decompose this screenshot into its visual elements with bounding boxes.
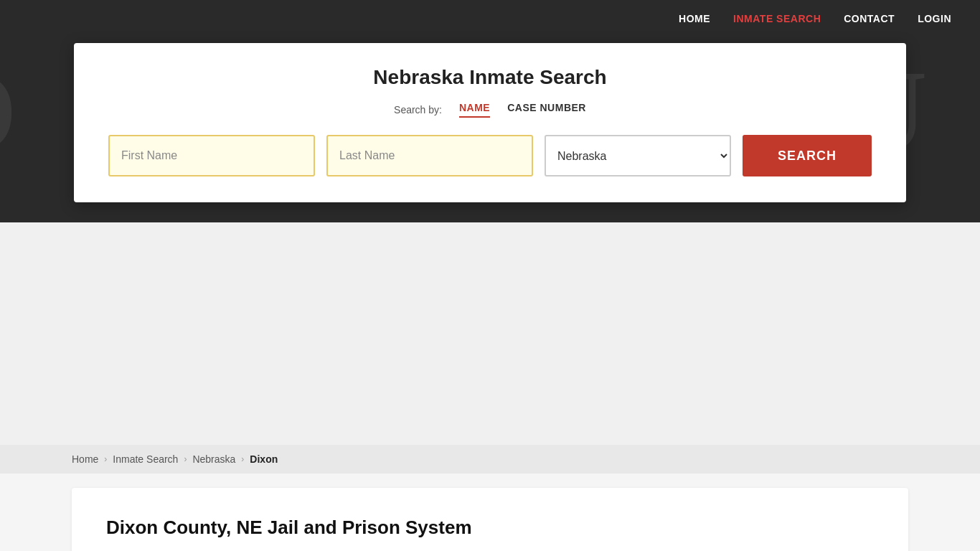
search-title: Nebraska Inmate Search [108,66,872,89]
search-by-label: Search by: [394,104,442,116]
tab-name[interactable]: NAME [459,102,490,118]
search-button[interactable]: SEARCH [743,135,872,176]
breadcrumb-sep-1: › [104,454,107,464]
last-name-input[interactable] [326,135,533,176]
search-row: Nebraska Alabama Alaska Arizona Californ… [108,135,872,176]
nav-contact[interactable]: CONTACT [844,13,895,24]
nav-inmate-search[interactable]: INMATE SEARCH [733,13,821,24]
tab-case-number[interactable]: CASE NUMBER [507,102,586,118]
county-title: Dixon County, NE Jail and Prison System [106,517,874,539]
main-content: Dixon County, NE Jail and Prison System … [0,474,980,551]
search-card: Nebraska Inmate Search Search by: NAME C… [74,43,906,202]
breadcrumb-sep-2: › [184,454,187,464]
hero-section: C O U R T · H O U S E HOME INMATE SEARCH… [0,0,980,222]
search-tabs: Search by: NAME CASE NUMBER [108,102,872,118]
breadcrumb-inmate-search[interactable]: Inmate Search [113,453,178,465]
content-card: Dixon County, NE Jail and Prison System … [72,488,908,551]
nav-home[interactable]: HOME [679,13,710,24]
first-name-input[interactable] [108,135,315,176]
breadcrumb-current: Dixon [250,453,278,465]
breadcrumb: Home › Inmate Search › Nebraska › Dixon [0,445,980,474]
top-nav: HOME INMATE SEARCH CONTACT LOGIN [0,0,980,37]
state-select[interactable]: Nebraska Alabama Alaska Arizona Californ… [545,135,731,176]
nav-login[interactable]: LOGIN [918,13,951,24]
breadcrumb-sep-3: › [241,454,244,464]
breadcrumb-home[interactable]: Home [72,453,98,465]
breadcrumb-nebraska[interactable]: Nebraska [192,453,235,465]
